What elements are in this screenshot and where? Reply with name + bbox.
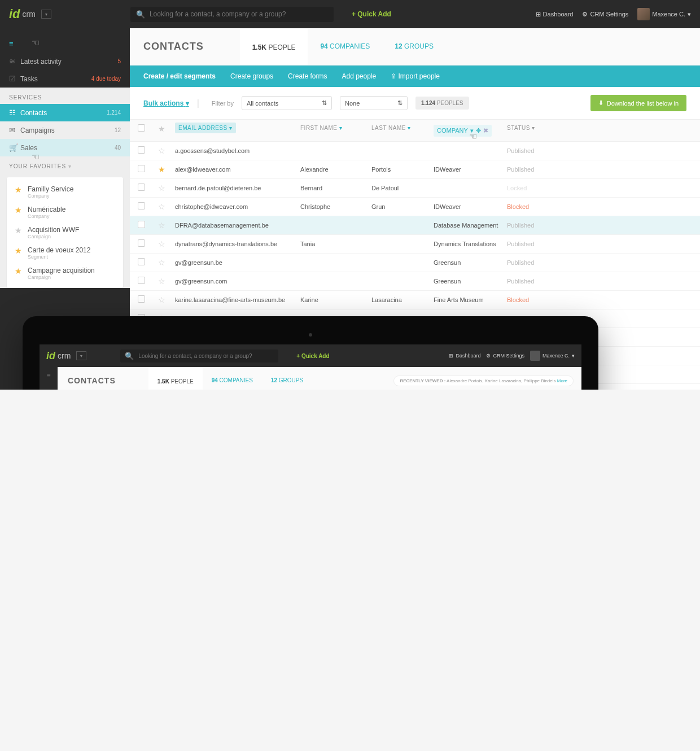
sidebar-filter[interactable]: ≡ FILTER ☜ — [0, 35, 130, 53]
table-row[interactable]: ★ alex@idweaver.com Alexandre Portois ID… — [130, 160, 700, 179]
count-pill: 1.124 PEOPLES — [415, 97, 469, 110]
favorite-type: Campaign — [28, 274, 95, 280]
star-column[interactable]: ★ — [152, 124, 170, 137]
th-email[interactable]: EMAIL ADDRESS ▾ — [175, 123, 236, 133]
logo-dropdown[interactable]: ▾ — [76, 351, 86, 360]
quick-add-button[interactable]: + Quick Add — [352, 10, 391, 18]
th-first[interactable]: FIRST NAME ▾ — [300, 125, 342, 131]
camera-icon — [309, 333, 312, 337]
filter-second-select[interactable]: None⇅ — [340, 96, 408, 110]
filter-contacts-select[interactable]: All contacts⇅ — [242, 96, 332, 110]
sidebar-campaigns[interactable]: ✉ Campaigns 12 — [0, 121, 130, 139]
row-checkbox[interactable] — [138, 295, 145, 303]
search-input[interactable] — [138, 353, 274, 359]
row-checkbox[interactable] — [138, 221, 145, 228]
tab-people[interactable]: 1.5K PEOPLE — [240, 29, 308, 65]
subnav-forms[interactable]: Create forms — [288, 72, 327, 80]
menu-icon[interactable]: ≡ — [46, 372, 50, 379]
subnav-groups[interactable]: Create groups — [230, 72, 273, 80]
table-row[interactable]: ☆ a.goossens@studybel.com Published — [130, 142, 700, 160]
more-link[interactable]: More — [557, 378, 567, 383]
dashboard-link[interactable]: ⊞ Dashboard — [449, 353, 480, 359]
filter-label: Filter by — [212, 100, 234, 107]
cell-email: a.goossens@studybel.com — [170, 147, 300, 154]
sidebar-latest[interactable]: ≋ Latest activity 5 — [0, 53, 130, 70]
settings-link[interactable]: ⚙CRM Settings — [582, 11, 628, 18]
favorite-item[interactable]: ★ Carte de voeux 2012 Segment — [7, 243, 123, 263]
row-checkbox[interactable] — [138, 165, 145, 172]
sidebar-contacts[interactable]: ☷ Contacts 1.214 — [0, 104, 130, 121]
favorite-item[interactable]: ★ Acquisition WWF Campaign — [7, 222, 123, 243]
th-company[interactable]: COMPANY ▾ ✥ ✖ — [434, 125, 492, 137]
cell-status: Locked — [507, 185, 558, 191]
sidebar-sales[interactable]: 🛒 Sales 40 ☜ — [0, 139, 130, 156]
subnav-segments[interactable]: Create / edit segments — [143, 72, 216, 80]
logo-crm: crm — [23, 10, 36, 19]
row-checkbox[interactable] — [138, 277, 145, 284]
chevron-down-icon[interactable]: ▾ — [68, 163, 72, 169]
topbar: id crm ▾ 🔍 + Quick Add ⊞Dashboard ⚙CRM S… — [0, 0, 700, 28]
row-checkbox[interactable] — [138, 202, 145, 209]
table-row[interactable]: ☆ gv@greensun.com Greensun Published — [130, 272, 700, 291]
favorite-type: Segment — [28, 254, 90, 260]
favorite-item[interactable]: ★ Familly Service Company — [7, 182, 123, 202]
sidebar-tasks[interactable]: ☑ Tasks 4 due today — [0, 70, 130, 88]
services-heading: SERVICES — [0, 88, 130, 104]
row-checkbox[interactable] — [138, 146, 145, 154]
bulk-actions[interactable]: Bulk actions ▾ — [143, 99, 189, 107]
row-checkbox[interactable] — [138, 239, 145, 247]
star-toggle[interactable]: ☆ — [152, 221, 170, 230]
subnav-add[interactable]: Add people — [342, 72, 376, 80]
star-icon[interactable]: ★ — [15, 226, 22, 235]
star-icon[interactable]: ★ — [15, 246, 22, 255]
close-icon[interactable]: ✖ — [483, 127, 488, 134]
th-last[interactable]: LAST NAME ▾ — [371, 125, 411, 131]
dashboard-link[interactable]: ⊞Dashboard — [536, 11, 574, 18]
table-row[interactable]: ☆ christophe@idweaver.com Christophe Gru… — [130, 198, 700, 216]
star-toggle[interactable]: ☆ — [152, 184, 170, 193]
star-icon[interactable]: ★ — [15, 185, 22, 194]
tab-groups[interactable]: 12 GROUPS — [382, 29, 446, 65]
th-status[interactable]: STATUS ▾ — [507, 125, 535, 131]
star-toggle[interactable]: ★ — [152, 165, 170, 174]
row-checkbox[interactable] — [138, 184, 145, 191]
select-all-checkbox[interactable] — [138, 124, 145, 132]
subnav-import[interactable]: ⇪ Import people — [391, 72, 440, 80]
star-icon[interactable]: ★ — [15, 206, 22, 215]
settings-link[interactable]: ⚙ CRM Settings — [486, 353, 524, 359]
download-button[interactable]: ⬇Download the list below in — [590, 95, 686, 111]
tab-groups[interactable]: 12 GROUPS — [262, 368, 312, 390]
table-row[interactable]: ☆ gv@greensun.be Greensun Published — [130, 254, 700, 272]
quick-add-button[interactable]: + Quick Add — [296, 353, 329, 359]
table-row[interactable]: ☆ dynatrans@dynamics-translations.be Tan… — [130, 235, 700, 254]
star-toggle[interactable]: ☆ — [152, 202, 170, 211]
star-toggle[interactable]: ☆ — [152, 258, 170, 267]
toolbar: Bulk actions ▾ | Filter by All contacts⇅… — [130, 87, 700, 120]
star-toggle[interactable]: ☆ — [152, 295, 170, 304]
star-icon[interactable]: ★ — [15, 267, 22, 276]
favorite-item[interactable]: ★ Numéricable Company — [7, 202, 123, 222]
logo[interactable]: id crm ▾ — [9, 7, 51, 21]
table-row[interactable]: ☆ DFRA@databasemanagement.be Database Ma… — [130, 216, 700, 235]
favorite-type: Campaign — [28, 234, 79, 239]
star-toggle[interactable]: ☆ — [152, 239, 170, 248]
favorite-name: Carte de voeux 2012 — [28, 246, 90, 254]
logo-dropdown[interactable]: ▾ — [41, 10, 51, 19]
star-toggle[interactable]: ☆ — [152, 277, 170, 286]
user-menu[interactable]: Maxence C. ▾ — [530, 351, 575, 361]
tab-companies[interactable]: 94 COMPANIES — [203, 368, 262, 390]
user-menu[interactable]: Maxence C.▾ — [637, 8, 691, 20]
tab-people[interactable]: 1.5K PEOPLE — [148, 368, 203, 390]
subnav: Create / edit segments Create groups Cre… — [130, 66, 700, 87]
cell-status: Published — [507, 222, 558, 229]
app2-search: 🔍 — [120, 350, 278, 363]
search-input[interactable] — [150, 10, 328, 18]
app2-logo[interactable]: id crm ▾ — [46, 350, 86, 362]
cell-company: Fine Arts Museum — [434, 296, 507, 303]
star-toggle[interactable]: ☆ — [152, 146, 170, 155]
table-row[interactable]: ☆ karine.lasaracina@fine-arts-museum.be … — [130, 291, 700, 309]
tab-companies[interactable]: 94 COMPANIES — [308, 29, 382, 65]
favorite-item[interactable]: ★ Campagne acquisition Campaign — [7, 263, 123, 283]
table-row[interactable]: ☆ bernard.de.patoul@dieteren.be Bernard … — [130, 179, 700, 198]
row-checkbox[interactable] — [138, 258, 145, 265]
